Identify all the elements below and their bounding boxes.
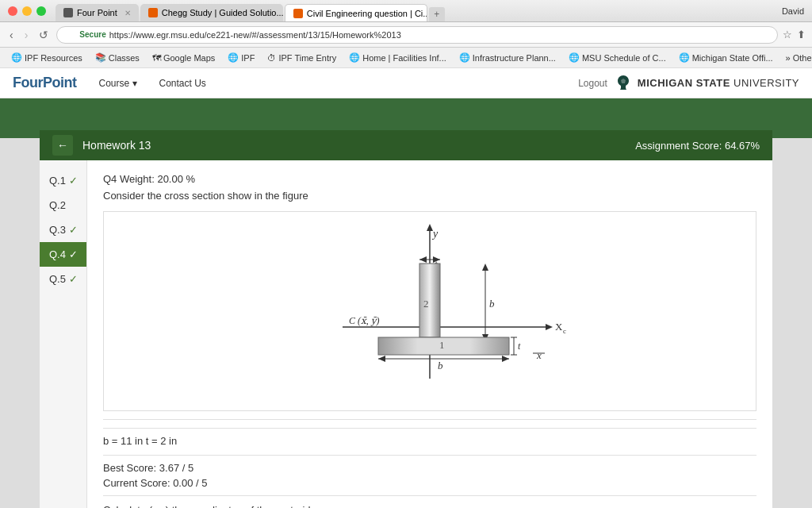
bookmark-classes[interactable]: 📚 Classes [90, 51, 144, 64]
bookmark-icon: 🗺 [152, 53, 161, 63]
sidebar-item-q1[interactable]: Q.1 ✓ [40, 168, 86, 193]
svg-marker-31 [502, 356, 509, 362]
figure-box: X c y x t b [103, 211, 756, 411]
bookmark-label: MSU Schedule of C... [582, 53, 666, 63]
question-description: Consider the cross section show in the f… [103, 190, 756, 202]
nav-course-label: Course ▾ [98, 78, 136, 89]
bookmark-icon: 🌐 [679, 52, 690, 63]
tab-fourpoint[interactable]: Four Point ✕ [56, 4, 139, 21]
bookmark-home-facilities[interactable]: 🌐 Home | Facilities Inf... [344, 51, 451, 64]
svg-marker-34 [419, 256, 427, 263]
best-score: Best Score: 3.67 / 5 [103, 462, 756, 474]
close-window-button[interactable] [8, 6, 17, 16]
bookmark-label: Michigan State Offi... [692, 53, 773, 63]
tab-civil[interactable]: Civil Engineering question | Ci... ✕ [285, 4, 427, 21]
bookmark-infrastructure[interactable]: 🌐 Infrastructure Plann... [454, 51, 561, 64]
sidebar-item-q2[interactable]: Q.2 [40, 193, 86, 217]
bookmark-label: Classes [109, 53, 140, 63]
nav-contact[interactable]: Contact Us [153, 78, 213, 89]
tab-chegg[interactable]: Chegg Study | Guided Solutio... ✕ [140, 4, 283, 21]
q5-label: Q.5 [49, 273, 66, 285]
q4-label: Q.4 [49, 248, 66, 260]
nav-course[interactable]: Course ▾ [92, 78, 143, 89]
svg-marker-30 [378, 356, 385, 362]
bookmark-icon: ⏱ [267, 53, 276, 63]
sidebar-item-q4[interactable]: Q.4 ✓ [40, 242, 86, 267]
bookmark-other[interactable]: » Other Bookmarks [781, 52, 812, 64]
current-score: Current Score: 0.00 / 5 [103, 477, 756, 489]
user-label: David [782, 6, 804, 16]
sidebar-item-q3[interactable]: Q.3 ✓ [40, 217, 86, 242]
tab-favicon-fourpoint [63, 8, 73, 17]
bookmark-google-maps[interactable]: 🗺 Google Maps [147, 52, 220, 64]
question-weight: Q4 Weight: 20.00 % [103, 173, 756, 185]
homework-bar: ← Homework 13 Assignment Score: 64.67% [40, 130, 772, 160]
maximize-window-button[interactable] [36, 6, 46, 16]
address-field[interactable]: Secure https://www.egr.msu.edu/ce221-new… [56, 26, 778, 44]
window-controls [8, 6, 46, 16]
forward-button[interactable]: › [21, 27, 32, 43]
q3-check: ✓ [69, 224, 78, 236]
bookmark-label: IPF Time Entry [278, 53, 336, 63]
content-area: Q4 Weight: 20.00 % Consider the cross se… [87, 160, 772, 508]
sidebar-item-q5[interactable]: Q.5 ✓ [40, 267, 86, 291]
msu-spartan-icon [614, 74, 633, 93]
tab-favicon-chegg [148, 8, 158, 17]
new-tab-button[interactable]: + [429, 7, 445, 21]
tab-label-civil: Civil Engineering question | Ci... [307, 9, 427, 18]
logout-button[interactable]: Logout [578, 78, 607, 89]
bookmark-ipf-resources[interactable]: 🌐 IPF Resources [6, 51, 87, 64]
back-button[interactable]: ‹ [6, 27, 17, 43]
tab-label-fourpoint: Four Point [77, 8, 117, 17]
minimize-window-button[interactable] [22, 6, 32, 16]
bookmark-icon: 📚 [95, 52, 106, 63]
svg-text:X: X [555, 321, 563, 333]
bookmark-msu-official[interactable]: 🌐 Michigan State Offi... [674, 51, 778, 64]
reload-button[interactable]: ↺ [36, 27, 52, 43]
svg-text:c: c [563, 327, 566, 335]
svg-marker-12 [546, 324, 553, 330]
params-line: b = 11 in t = 2 in [103, 428, 756, 447]
secure-badge: Secure [79, 30, 105, 39]
share-icon[interactable]: ⬆ [797, 29, 806, 40]
tab-close-fourpoint[interactable]: ✕ [124, 9, 131, 17]
msu-text-label: MICHIGAN STATE UNIVERSITY [638, 77, 799, 89]
bookmark-icon: 🌐 [11, 52, 22, 63]
bookmark-icon: 🌐 [459, 52, 470, 63]
q3-label: Q.3 [49, 224, 66, 236]
bookmark-label: Google Maps [163, 53, 215, 63]
main-layout: Q.1 ✓ Q.2 Q.3 ✓ Q.4 ✓ Q.5 ✓ Q4 Weight: 2… [40, 160, 772, 508]
svg-text:x: x [536, 349, 542, 361]
svg-marker-10 [427, 224, 433, 231]
q2-label: Q.2 [49, 199, 66, 211]
bookmark-star-icon[interactable]: ☆ [783, 29, 792, 40]
homework-title: Homework 13 [82, 139, 151, 152]
svg-text:t: t [518, 341, 521, 352]
bookmark-label: Home | Facilities Inf... [362, 53, 446, 63]
calc-label: Calculate (x,y) the coordinates of the c… [103, 504, 756, 508]
nav-menu: Course ▾ Contact Us [92, 78, 212, 89]
q5-check: ✓ [69, 273, 78, 285]
svg-text:2: 2 [423, 298, 429, 310]
tab-bar: Four Point ✕ Chegg Study | Guided Soluti… [56, 0, 774, 21]
bookmark-ipf[interactable]: 🌐 IPF [223, 51, 259, 64]
bookmark-icon: 🌐 [228, 52, 239, 63]
browser-titlebar: Four Point ✕ Chegg Study | Guided Soluti… [0, 0, 812, 22]
svg-text:1: 1 [439, 339, 445, 351]
divider-3 [103, 495, 756, 496]
bookmark-ipf-time[interactable]: ⏱ IPF Time Entry [262, 52, 341, 64]
bookmark-icon: 🌐 [569, 52, 580, 63]
q1-check: ✓ [69, 175, 78, 187]
sidebar: Q.1 ✓ Q.2 Q.3 ✓ Q.4 ✓ Q.5 ✓ [40, 160, 87, 508]
fourpoint-logo: FourPoint [13, 75, 76, 91]
nav-contact-label: Contact Us [159, 78, 206, 89]
bookmarks-bar: 🌐 IPF Resources 📚 Classes 🗺 Google Maps … [0, 48, 812, 68]
msu-logo-area: Logout MICHIGAN STATE UNIVERSITY [578, 74, 799, 93]
bookmark-label: Other Bookmarks [793, 53, 812, 63]
page-header: FourPoint Course ▾ Contact Us Logout MIC… [0, 68, 812, 98]
back-homework-button[interactable]: ← [52, 135, 73, 156]
divider-2 [103, 455, 756, 456]
bookmark-msu-schedule[interactable]: 🌐 MSU Schedule of C... [564, 51, 671, 64]
svg-text:b: b [489, 298, 495, 310]
bookmark-icon: 🌐 [349, 52, 360, 63]
